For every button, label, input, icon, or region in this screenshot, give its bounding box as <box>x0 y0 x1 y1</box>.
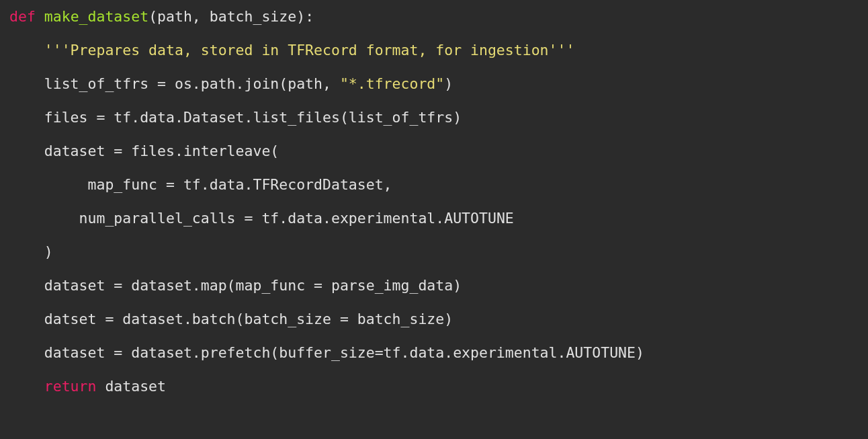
code-token: ) <box>444 75 453 92</box>
code-token: map_func = tf.data.TFRecordDataset, <box>79 176 392 193</box>
code-line: '''Prepares data, stored in TFRecord for… <box>9 34 859 67</box>
code-line: files = tf.data.Dataset.list_files(list_… <box>9 101 859 134</box>
code-line: map_func = tf.data.TFRecordDataset, <box>9 168 859 202</box>
code-token: files = tf.data.Dataset.list_files(list_… <box>44 109 462 126</box>
code-token: dataset = dataset.prefetch(buffer_size=t… <box>44 344 644 361</box>
code-token: return <box>44 378 97 395</box>
code-line: return dataset <box>9 370 859 403</box>
code-token: ) <box>44 243 53 260</box>
code-token: list_of_tfrs = os.path.join(path, <box>44 75 340 92</box>
code-line: num_parallel_calls = tf.data.experimenta… <box>9 202 859 235</box>
code-line: list_of_tfrs = os.path.join(path, "*.tfr… <box>9 67 859 101</box>
code-line: def make_dataset(path, batch_size): <box>9 0 859 34</box>
code-block[interactable]: def make_dataset(path, batch_size): '''P… <box>0 0 868 403</box>
code-line: datset = dataset.batch(batch_size = batc… <box>9 303 859 336</box>
code-token: dataset <box>96 378 166 395</box>
code-token: make_dataset <box>44 8 148 25</box>
code-token: def <box>9 8 36 25</box>
code-token: '''Prepares data, stored in TFRecord for… <box>44 42 575 58</box>
code-token: datset = dataset.batch(batch_size = batc… <box>44 311 453 327</box>
code-line: dataset = dataset.map(map_func = parse_i… <box>9 269 859 303</box>
code-line: dataset = files.interleave( <box>9 134 859 168</box>
code-token: dataset = dataset.map(map_func = parse_i… <box>44 277 462 294</box>
code-line: ) <box>9 235 859 269</box>
code-token: (path, batch_size): <box>148 8 314 25</box>
code-line: dataset = dataset.prefetch(buffer_size=t… <box>9 336 859 370</box>
code-token: num_parallel_calls = tf.data.experimenta… <box>79 210 514 227</box>
code-token <box>36 8 44 25</box>
code-token: dataset = files.interleave( <box>44 143 279 159</box>
code-token: "*.tfrecord" <box>340 75 444 92</box>
